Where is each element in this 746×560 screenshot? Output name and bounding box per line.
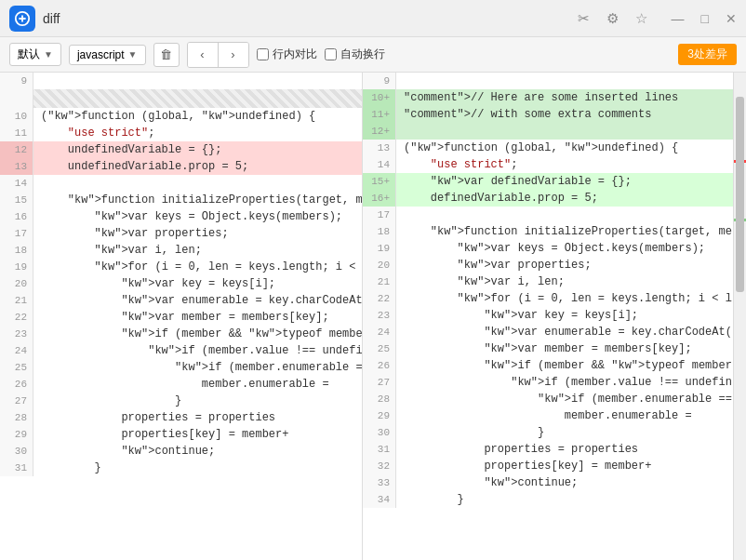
line-row: 15+ "kw">var definedVariable = {}; xyxy=(363,173,733,190)
line-content: ("kw">function (global, "kw">undefined) … xyxy=(396,140,733,156)
minimize-btn[interactable]: — xyxy=(672,11,685,26)
inline-diff-checkbox-label[interactable]: 行内对比 xyxy=(257,47,317,62)
line-content: } xyxy=(33,460,362,476)
delete-icon: 🗑 xyxy=(160,47,172,61)
line-number: 18 xyxy=(0,242,33,259)
line-content: member.enumerable = xyxy=(396,407,733,424)
line-content xyxy=(33,89,362,108)
line-content: "kw">if (member && "kw">typeof member ==… xyxy=(33,326,362,342)
line-row: 24 "kw">if (member.value !== undefin xyxy=(0,342,362,359)
line-number: 22 xyxy=(0,309,33,326)
line-content: "kw">var key = keys[i]; xyxy=(396,307,733,324)
line-number: 24 xyxy=(363,324,396,340)
line-number: 21 xyxy=(363,273,396,290)
line-row: 25 "kw">if (member.enumerable == xyxy=(0,359,362,376)
line-content: "kw">function initializeProperties(targe… xyxy=(396,223,733,240)
line-content: undefinedVariable.prop = 5; xyxy=(33,158,362,175)
line-row: 9 xyxy=(0,73,362,89)
line-content: "kw">for (i = 0, len = keys.length; i < … xyxy=(396,290,733,307)
line-content xyxy=(396,123,733,140)
line-row: 13 undefinedVariable.prop = 5; xyxy=(0,158,362,175)
line-row: 16+ definedVariable.prop = 5; xyxy=(363,190,733,207)
line-number: 13 xyxy=(0,158,33,175)
auto-wrap-checkbox[interactable] xyxy=(325,48,337,60)
line-row: 12 undefinedVariable = {}; xyxy=(0,141,362,158)
line-content: "kw">if (member.value !== undefin xyxy=(33,342,362,359)
line-content: "comment">// Here are some inserted line… xyxy=(396,89,733,106)
nav-buttons: ‹ › xyxy=(187,42,249,68)
line-content: } xyxy=(396,424,733,441)
line-row: 28 properties = properties xyxy=(0,409,362,426)
line-row: 23 "kw">var key = keys[i]; xyxy=(363,307,733,324)
line-number: 11+ xyxy=(363,106,396,123)
line-content: "kw">var keys = Object.keys(members); xyxy=(396,240,733,257)
line-row: 18 "kw">var i, len; xyxy=(0,242,362,259)
line-content xyxy=(396,73,733,89)
scrollbar-thumb[interactable] xyxy=(736,97,744,292)
language-select[interactable]: javascript ▼ xyxy=(69,45,146,65)
line-content: } xyxy=(396,491,733,508)
line-number: 33 xyxy=(363,474,396,491)
line-content: "kw">var member = members[key]; xyxy=(33,309,362,326)
line-content: "kw">for (i = 0, len = keys.length; i < … xyxy=(33,259,362,275)
line-row: 15 "kw">function initializeProperties(ta… xyxy=(0,192,362,208)
line-number: 15 xyxy=(0,192,33,208)
line-row: 21 "kw">var i, len; xyxy=(363,273,733,290)
line-row: 11 "use strict"; xyxy=(0,125,362,141)
right-code-area: 910+"comment">// Here are some inserted … xyxy=(363,73,733,560)
line-number: 21 xyxy=(0,292,33,309)
line-row: 13("kw">function (global, "kw">undefined… xyxy=(363,140,733,156)
line-number: 29 xyxy=(363,407,396,424)
pin-icon[interactable]: ☆ xyxy=(635,10,647,27)
line-row: 29 member.enumerable = xyxy=(363,407,733,424)
line-row: 17 "kw">var properties; xyxy=(0,225,362,242)
line-row: 33 "kw">continue; xyxy=(363,474,733,491)
line-content: "kw">var definedVariable = {}; xyxy=(396,173,733,190)
app-title: diff xyxy=(43,11,578,26)
line-row: 10+"comment">// Here are some inserted l… xyxy=(363,89,733,106)
maximize-btn[interactable]: □ xyxy=(701,11,709,26)
line-row: 25 "kw">var member = members[key]; xyxy=(363,340,733,357)
title-controls: ✂ ⚙ ☆ — □ ✕ xyxy=(578,10,737,27)
line-number: 23 xyxy=(0,326,33,342)
close-btn[interactable]: ✕ xyxy=(726,11,737,26)
line-number: 17 xyxy=(0,225,33,242)
line-number: 27 xyxy=(363,374,396,391)
line-number: 17 xyxy=(363,207,396,223)
auto-wrap-checkbox-label[interactable]: 自动换行 xyxy=(325,47,385,62)
inline-diff-checkbox[interactable] xyxy=(257,48,269,60)
line-row: 14 xyxy=(0,175,362,192)
line-content: "kw">var member = members[key]; xyxy=(396,340,733,357)
line-row: 29 properties[key] = member+ xyxy=(0,426,362,443)
line-number: 19 xyxy=(0,259,33,275)
line-content: "kw">var i, len; xyxy=(396,273,733,290)
left-panel: 9 10("kw">function (global, "kw">undefin… xyxy=(0,73,363,560)
line-row: 27 "kw">if (member.value !== undefin xyxy=(363,374,733,391)
diff-count-button[interactable]: 3处差异 xyxy=(678,44,737,65)
right-panel: 910+"comment">// Here are some inserted … xyxy=(363,73,746,560)
preset-select[interactable]: 默认 ▼ xyxy=(9,43,61,66)
scrollbar-track[interactable] xyxy=(733,73,746,560)
line-row: 30 "kw">continue; xyxy=(0,443,362,460)
inline-diff-label: 行内对比 xyxy=(273,47,317,62)
line-content: properties = properties xyxy=(396,441,733,458)
delete-button[interactable]: 🗑 xyxy=(153,43,180,67)
line-content: "kw">continue; xyxy=(396,474,733,491)
next-diff-button[interactable]: › xyxy=(219,43,248,67)
line-row: 27 } xyxy=(0,393,362,409)
line-row: 31 } xyxy=(0,460,362,476)
line-number: 9 xyxy=(0,73,33,89)
line-number: 10+ xyxy=(363,89,396,106)
line-content: "use strict"; xyxy=(396,156,733,173)
settings-icon[interactable]: ⚙ xyxy=(606,10,619,27)
app-logo xyxy=(9,6,35,32)
line-number: 15+ xyxy=(363,173,396,190)
line-content: "comment">// with some extra comments xyxy=(396,106,733,123)
line-number: 34 xyxy=(363,491,396,508)
line-number: 13 xyxy=(363,140,396,156)
prev-diff-button[interactable]: ‹ xyxy=(188,43,218,67)
tools-icon[interactable]: ✂ xyxy=(578,10,590,27)
line-content: "kw">var enumerable = key.charCodeAt( xyxy=(396,324,733,340)
preset-arrow-icon: ▼ xyxy=(44,49,53,60)
line-content: "kw">var i, len; xyxy=(33,242,362,259)
